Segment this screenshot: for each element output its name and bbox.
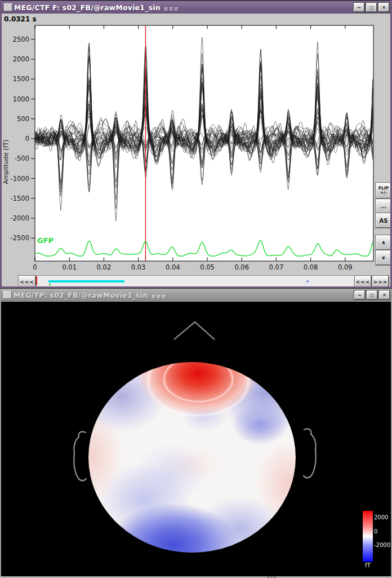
svg-text:-2500: -2500 [11,234,29,242]
svg-text:0.05: 0.05 [200,263,215,271]
autoscale-button[interactable]: AS [376,213,391,228]
svg-text:0.09: 0.09 [338,263,353,271]
colorbar-max-label: 2000 [374,514,392,520]
svg-text:0.07: 0.07 [269,263,284,271]
svg-text:0: 0 [25,135,29,143]
plot-box [35,25,373,261]
svg-text:-2000: -2000 [11,214,29,222]
svg-text:0: 0 [33,263,37,271]
more-options-button[interactable]: ... [376,199,391,214]
colorbar-min-label: -2000 [374,542,392,548]
meg-timeseries-window: MEG/CTF F: s02_FB/@rawMovie1_sin − ◻ ✕ 0… [0,0,392,288]
window-menu-icon[interactable] [4,3,12,11]
svg-text:2000: 2000 [13,55,29,63]
flip-polarity-button[interactable]: FLIP +/- [376,183,391,198]
svg-text:2500: 2500 [13,36,29,43]
svg-text:-500: -500 [15,155,29,162]
svg-text:0.08: 0.08 [304,263,318,271]
svg-text:0.01: 0.01 [62,263,77,271]
svg-text:500: 500 [17,115,29,123]
close-button[interactable]: ✕ [378,3,389,12]
desktop: MEG/CTF F: s02_FB/@rawMovie1_sin − ◻ ✕ 0… [0,0,392,578]
svg-text:0.06: 0.06 [234,263,249,271]
window-menu-icon[interactable] [3,291,12,299]
timeline-position-marker [36,276,37,285]
svg-text:-1500: -1500 [11,195,29,202]
scale-up-button[interactable]: ∧ [376,235,391,250]
titlebar-meg-window[interactable]: MEG/CTF F: s02_FB/@rawMovie1_sin − ◻ ✕ [2,1,390,14]
minimize-button[interactable]: − [354,290,365,299]
svg-text:1500: 1500 [13,75,29,83]
colorbar-unit-label: fT [362,562,373,569]
colorbar-zero-label: 0 [374,528,392,535]
y-axis-title: Amplitude (fT) [2,139,10,184]
meg-topography-window: MEG/TP: s02_FB/@rawMovie1_sin − ◻ ✕ 2000… [0,288,392,578]
svg-text:0.04: 0.04 [166,263,180,271]
maximize-button[interactable]: ◻ [367,290,377,299]
titlebar-grip [152,295,353,299]
titlebar-topo-window[interactable]: MEG/TP: s02_FB/@rawMovie1_sin − ◻ ✕ [1,289,391,301]
close-button[interactable]: ✕ [379,290,390,299]
timeline-selection-bar[interactable] [48,280,124,283]
gfp-label: GFP [37,236,54,245]
minimize-button[interactable]: − [354,3,364,12]
meg-butterfly-plot[interactable]: 25002000150010005000-500-1000-1500-2000-… [0,0,392,288]
timeline-event-dot-blue [306,280,309,283]
colorbar[interactable] [363,511,373,562]
titlebar-grip [164,7,352,11]
svg-text:-1000: -1000 [11,175,29,183]
window-title: MEG/TP: s02_FB/@rawMovie1_sin [14,291,148,299]
window-border-left [0,0,2,288]
svg-text:0.02: 0.02 [97,263,112,271]
topography-field-map[interactable] [88,362,296,553]
window-title: MEG/CTF F: s02_FB/@rawMovie1_sin [14,3,161,12]
timeline-event-dot-green [49,284,51,285]
svg-text:1000: 1000 [13,95,29,103]
time-cursor-readout: 0.0321 s [4,15,37,23]
maximize-button[interactable]: ◻ [366,3,377,12]
recording-timeline-scrollbar[interactable] [35,275,354,288]
scale-down-button[interactable]: ∨ [376,250,391,265]
svg-text:0.03: 0.03 [131,263,146,271]
